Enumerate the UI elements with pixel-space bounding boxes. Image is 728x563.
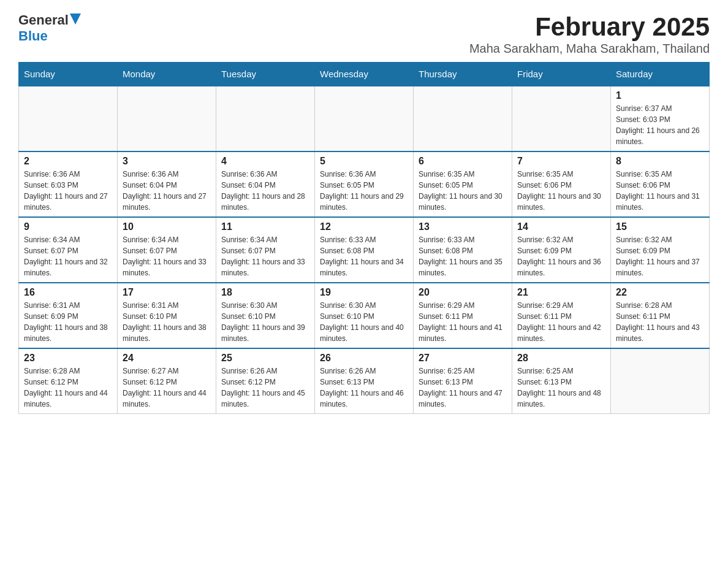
calendar-cell <box>611 348 710 414</box>
calendar-cell: 14Sunrise: 6:32 AM Sunset: 6:09 PM Dayli… <box>512 217 611 283</box>
calendar-header-tuesday: Tuesday <box>216 63 315 86</box>
day-info: Sunrise: 6:31 AM Sunset: 6:09 PM Dayligh… <box>24 300 112 344</box>
day-number: 24 <box>123 353 211 364</box>
calendar-header-friday: Friday <box>512 63 611 86</box>
calendar-cell: 8Sunrise: 6:35 AM Sunset: 6:06 PM Daylig… <box>611 151 710 217</box>
calendar-cell: 17Sunrise: 6:31 AM Sunset: 6:10 PM Dayli… <box>118 283 216 348</box>
day-number: 9 <box>24 221 112 232</box>
calendar-cell: 10Sunrise: 6:34 AM Sunset: 6:07 PM Dayli… <box>118 217 216 283</box>
day-number: 5 <box>320 156 408 167</box>
calendar-cell <box>512 86 611 151</box>
subtitle: Maha Sarakham, Maha Sarakham, Thailand <box>469 42 710 56</box>
day-number: 2 <box>24 156 112 167</box>
day-number: 18 <box>221 287 309 298</box>
calendar-cell: 5Sunrise: 6:36 AM Sunset: 6:05 PM Daylig… <box>315 151 414 217</box>
calendar-cell: 15Sunrise: 6:32 AM Sunset: 6:09 PM Dayli… <box>611 217 710 283</box>
day-info: Sunrise: 6:35 AM Sunset: 6:06 PM Dayligh… <box>517 169 605 213</box>
day-info: Sunrise: 6:30 AM Sunset: 6:10 PM Dayligh… <box>320 300 408 344</box>
calendar-cell: 20Sunrise: 6:29 AM Sunset: 6:11 PM Dayli… <box>414 283 512 348</box>
calendar-cell: 4Sunrise: 6:36 AM Sunset: 6:04 PM Daylig… <box>216 151 315 217</box>
day-info: Sunrise: 6:32 AM Sunset: 6:09 PM Dayligh… <box>517 234 605 278</box>
calendar-header-saturday: Saturday <box>611 63 710 86</box>
logo-triangle-icon <box>70 13 81 25</box>
day-number: 4 <box>221 156 309 167</box>
day-info: Sunrise: 6:36 AM Sunset: 6:04 PM Dayligh… <box>123 169 211 213</box>
calendar-header-sunday: Sunday <box>19 63 118 86</box>
day-info: Sunrise: 6:29 AM Sunset: 6:11 PM Dayligh… <box>517 300 605 344</box>
calendar-cell: 21Sunrise: 6:29 AM Sunset: 6:11 PM Dayli… <box>512 283 611 348</box>
calendar-cell: 11Sunrise: 6:34 AM Sunset: 6:07 PM Dayli… <box>216 217 315 283</box>
calendar-cell <box>315 86 414 151</box>
day-info: Sunrise: 6:26 AM Sunset: 6:12 PM Dayligh… <box>221 366 309 410</box>
day-info: Sunrise: 6:37 AM Sunset: 6:03 PM Dayligh… <box>616 103 704 147</box>
day-number: 22 <box>616 287 704 298</box>
day-info: Sunrise: 6:25 AM Sunset: 6:13 PM Dayligh… <box>419 366 507 410</box>
day-info: Sunrise: 6:35 AM Sunset: 6:06 PM Dayligh… <box>616 169 704 213</box>
calendar-header-thursday: Thursday <box>414 63 512 86</box>
calendar-cell: 22Sunrise: 6:28 AM Sunset: 6:11 PM Dayli… <box>611 283 710 348</box>
day-number: 28 <box>517 353 605 364</box>
day-info: Sunrise: 6:29 AM Sunset: 6:11 PM Dayligh… <box>419 300 507 344</box>
calendar-cell <box>414 86 512 151</box>
day-info: Sunrise: 6:36 AM Sunset: 6:03 PM Dayligh… <box>24 169 112 213</box>
svg-marker-0 <box>70 13 81 25</box>
calendar-cell: 25Sunrise: 6:26 AM Sunset: 6:12 PM Dayli… <box>216 348 315 414</box>
calendar-table: SundayMondayTuesdayWednesdayThursdayFrid… <box>18 62 710 414</box>
calendar-week-row: 9Sunrise: 6:34 AM Sunset: 6:07 PM Daylig… <box>19 217 710 283</box>
calendar-week-row: 2Sunrise: 6:36 AM Sunset: 6:03 PM Daylig… <box>19 151 710 217</box>
calendar-cell: 6Sunrise: 6:35 AM Sunset: 6:05 PM Daylig… <box>414 151 512 217</box>
day-number: 12 <box>320 221 408 232</box>
calendar-cell: 13Sunrise: 6:33 AM Sunset: 6:08 PM Dayli… <box>414 217 512 283</box>
day-number: 21 <box>517 287 605 298</box>
day-number: 3 <box>123 156 211 167</box>
day-number: 23 <box>24 353 112 364</box>
main-title: February 2025 <box>469 12 710 42</box>
day-info: Sunrise: 6:28 AM Sunset: 6:11 PM Dayligh… <box>616 300 704 344</box>
day-info: Sunrise: 6:32 AM Sunset: 6:09 PM Dayligh… <box>616 234 704 278</box>
day-info: Sunrise: 6:34 AM Sunset: 6:07 PM Dayligh… <box>24 234 112 278</box>
calendar-week-row: 16Sunrise: 6:31 AM Sunset: 6:09 PM Dayli… <box>19 283 710 348</box>
day-info: Sunrise: 6:27 AM Sunset: 6:12 PM Dayligh… <box>123 366 211 410</box>
calendar-cell: 3Sunrise: 6:36 AM Sunset: 6:04 PM Daylig… <box>118 151 216 217</box>
day-info: Sunrise: 6:28 AM Sunset: 6:12 PM Dayligh… <box>24 366 112 410</box>
day-number: 14 <box>517 221 605 232</box>
day-number: 6 <box>419 156 507 167</box>
calendar-header-row: SundayMondayTuesdayWednesdayThursdayFrid… <box>19 63 710 86</box>
day-info: Sunrise: 6:26 AM Sunset: 6:13 PM Dayligh… <box>320 366 408 410</box>
day-info: Sunrise: 6:36 AM Sunset: 6:04 PM Dayligh… <box>221 169 309 213</box>
day-number: 17 <box>123 287 211 298</box>
day-info: Sunrise: 6:33 AM Sunset: 6:08 PM Dayligh… <box>320 234 408 278</box>
calendar-cell: 23Sunrise: 6:28 AM Sunset: 6:12 PM Dayli… <box>19 348 118 414</box>
day-number: 10 <box>123 221 211 232</box>
title-section: February 2025 Maha Sarakham, Maha Sarakh… <box>469 12 710 56</box>
calendar-week-row: 1Sunrise: 6:37 AM Sunset: 6:03 PM Daylig… <box>19 86 710 151</box>
calendar-cell: 27Sunrise: 6:25 AM Sunset: 6:13 PM Dayli… <box>414 348 512 414</box>
calendar-week-row: 23Sunrise: 6:28 AM Sunset: 6:12 PM Dayli… <box>19 348 710 414</box>
day-info: Sunrise: 6:35 AM Sunset: 6:05 PM Dayligh… <box>419 169 507 213</box>
day-info: Sunrise: 6:33 AM Sunset: 6:08 PM Dayligh… <box>419 234 507 278</box>
day-info: Sunrise: 6:31 AM Sunset: 6:10 PM Dayligh… <box>123 300 211 344</box>
day-info: Sunrise: 6:34 AM Sunset: 6:07 PM Dayligh… <box>123 234 211 278</box>
calendar-cell: 2Sunrise: 6:36 AM Sunset: 6:03 PM Daylig… <box>19 151 118 217</box>
day-number: 1 <box>616 90 704 101</box>
day-number: 26 <box>320 353 408 364</box>
day-number: 13 <box>419 221 507 232</box>
logo: General Blue <box>18 12 81 44</box>
day-number: 19 <box>320 287 408 298</box>
calendar-cell: 18Sunrise: 6:30 AM Sunset: 6:10 PM Dayli… <box>216 283 315 348</box>
logo-general: General <box>18 12 69 28</box>
calendar-cell: 7Sunrise: 6:35 AM Sunset: 6:06 PM Daylig… <box>512 151 611 217</box>
day-number: 27 <box>419 353 507 364</box>
logo-blue: Blue <box>18 28 48 44</box>
calendar-header-monday: Monday <box>118 63 216 86</box>
calendar-cell <box>19 86 118 151</box>
calendar-cell: 1Sunrise: 6:37 AM Sunset: 6:03 PM Daylig… <box>611 86 710 151</box>
day-number: 15 <box>616 221 704 232</box>
day-number: 8 <box>616 156 704 167</box>
calendar-cell <box>216 86 315 151</box>
day-info: Sunrise: 6:36 AM Sunset: 6:05 PM Dayligh… <box>320 169 408 213</box>
calendar-cell: 12Sunrise: 6:33 AM Sunset: 6:08 PM Dayli… <box>315 217 414 283</box>
calendar-cell <box>118 86 216 151</box>
day-number: 11 <box>221 221 309 232</box>
day-info: Sunrise: 6:30 AM Sunset: 6:10 PM Dayligh… <box>221 300 309 344</box>
